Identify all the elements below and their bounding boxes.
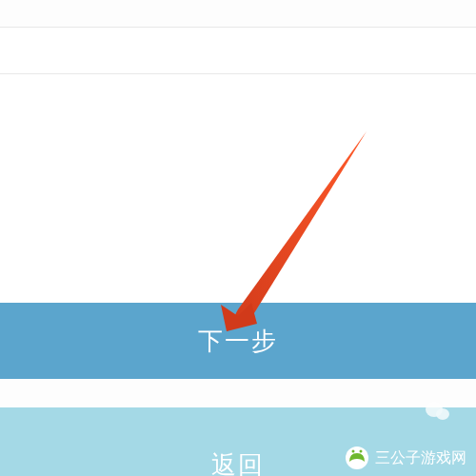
svg-point-3 [352,450,355,453]
next-step-button[interactable]: 下一步 [0,303,476,379]
next-step-label: 下一步 [198,325,278,358]
button-gap [0,379,476,407]
watermark: 三公子游戏网 [345,446,466,470]
watermark-text: 三公子游戏网 [375,448,466,468]
chat-icon [425,400,451,423]
watermark-logo-icon [345,446,369,470]
svg-point-1 [436,408,449,420]
back-label: 返回 [211,448,265,476]
form-row [0,27,476,74]
content-spacer [0,74,476,303]
svg-point-4 [360,450,363,453]
